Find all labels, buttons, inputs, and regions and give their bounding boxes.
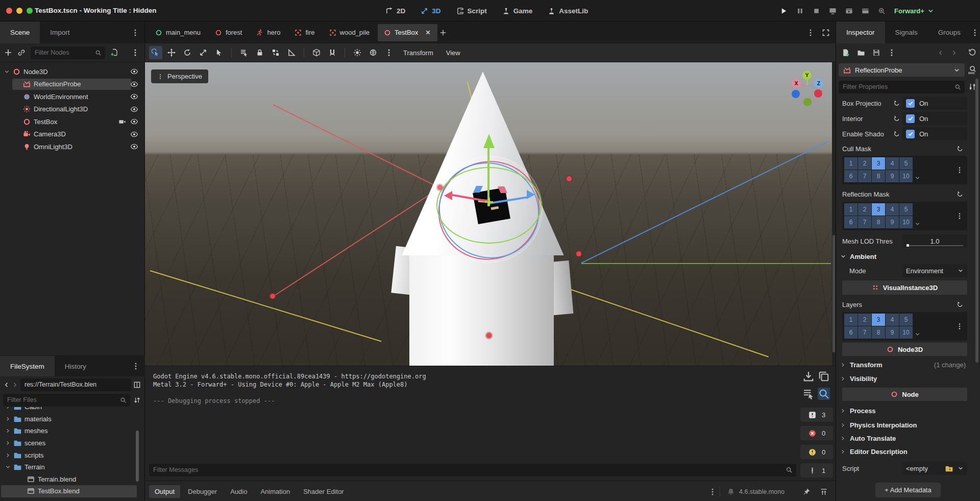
category-visualinstance3d[interactable]: VisualInstance3D (842, 280, 967, 295)
ambient-section-header[interactable]: Ambient (836, 250, 980, 263)
mask-cell-8[interactable]: 8 (872, 170, 885, 182)
revert-icon[interactable] (957, 145, 964, 152)
stop-icon[interactable] (813, 7, 820, 15)
revert-icon[interactable] (893, 100, 900, 107)
tool-dots-button[interactable] (382, 46, 396, 59)
mask-cell-5[interactable]: 5 (899, 157, 913, 170)
category-node[interactable]: Node (842, 388, 967, 401)
mesh-lod-spin[interactable]: 1.0 (902, 234, 967, 248)
script-value-dropdown[interactable]: <empty (902, 462, 967, 475)
mask-cell-10[interactable]: 10 (899, 326, 913, 339)
file-tree-scrollbar[interactable] (136, 431, 139, 482)
mask-cell-7[interactable]: 7 (858, 216, 871, 228)
tool-select-button[interactable] (149, 46, 162, 59)
scene-tree-item-node3d[interactable]: Node3D (0, 65, 144, 78)
chevright-icon[interactable] (5, 452, 11, 458)
dots-icon[interactable] (956, 166, 963, 174)
mask-cell-9[interactable]: 9 (886, 170, 899, 182)
mode-button-assetlib[interactable]: AssetLib (548, 7, 588, 15)
file-item-scripts[interactable]: scripts (0, 449, 145, 461)
file-item-terrain-blend[interactable]: Terrain.blend (0, 473, 145, 486)
save-resource-icon[interactable] (872, 49, 880, 57)
badge-error[interactable]: 0 (800, 426, 833, 440)
add-metadata-button[interactable]: + Add Metadata (875, 483, 940, 497)
minimize-window-button[interactable] (16, 8, 22, 14)
panel-tab-output[interactable]: Output (149, 485, 180, 498)
history-back-icon[interactable] (3, 381, 10, 388)
mask-cell-6[interactable]: 6 (844, 170, 857, 182)
gizmo-dot[interactable] (437, 185, 443, 190)
maximize-window-button[interactable] (27, 8, 33, 14)
badge-edit[interactable]: 1 (800, 463, 833, 478)
chevdown-icon[interactable] (915, 221, 920, 227)
revert-icon[interactable] (957, 301, 964, 308)
scene-tree-item-directionallight3d[interactable]: DirectionalLight3D (0, 103, 144, 116)
panel-tab-audio[interactable]: Audio (225, 485, 253, 498)
eye-icon[interactable] (130, 67, 138, 76)
current-path-input[interactable] (20, 378, 131, 391)
mask-cell-7[interactable]: 7 (858, 170, 871, 182)
axis-navigation-gizmo[interactable]: Y X Z (780, 67, 832, 124)
mask-cell-4[interactable]: 4 (886, 203, 899, 216)
axis-ball-neg-z[interactable] (792, 90, 800, 98)
chevright-icon[interactable] (5, 440, 11, 446)
gizmo-dot[interactable] (270, 294, 275, 299)
node-selector[interactable]: ReflectionProbe (839, 63, 965, 77)
scene-tree-item-worldenvironment[interactable]: WorldEnvironment (0, 90, 144, 103)
mode-button-3d[interactable]: 3D (421, 7, 440, 15)
filesystem-menu-icon[interactable] (132, 362, 140, 370)
mask-cell-1[interactable]: 1 (844, 314, 857, 326)
add-node-button[interactable] (4, 49, 12, 57)
category-node3d[interactable]: Node3D (842, 343, 967, 356)
chevdown-icon[interactable] (915, 175, 920, 181)
eye-icon[interactable] (130, 92, 138, 101)
load-resource-icon[interactable] (857, 49, 865, 57)
scene-tab-testbox[interactable]: TestBox (378, 24, 437, 41)
mask-cell-10[interactable]: 10 (899, 216, 913, 228)
checkbox[interactable] (906, 130, 915, 138)
gizmo-dot[interactable] (486, 333, 492, 338)
mask-cell-5[interactable]: 5 (899, 203, 913, 216)
axis-ball-neg-x[interactable] (814, 89, 822, 98)
notifications-bell-icon[interactable] (727, 488, 735, 496)
group-editor-description[interactable]: Editor Description (836, 445, 980, 458)
expand-viewport-icon[interactable] (822, 29, 830, 37)
eye-icon[interactable] (130, 130, 138, 138)
history-forward-icon[interactable] (951, 50, 958, 56)
mask-cell-1[interactable]: 1 (844, 157, 857, 170)
badge-bangsquare[interactable]: 3 (800, 408, 833, 422)
mask-cell-6[interactable]: 6 (844, 326, 857, 339)
inspector-splitter-handle[interactable] (832, 235, 835, 352)
file-item-meshes[interactable]: meshes (0, 425, 145, 437)
mask-cell-1[interactable]: 1 (844, 203, 857, 216)
tab-scene[interactable]: Scene (0, 21, 40, 43)
checkbox-field[interactable]: On (902, 127, 967, 140)
clapper-icon[interactable] (862, 7, 869, 15)
tool-magnet-button[interactable] (326, 46, 339, 59)
tool-move-button[interactable] (165, 46, 178, 59)
translate-arrow-x-head[interactable] (444, 191, 452, 200)
filter-properties-input[interactable] (839, 81, 965, 93)
mode-button-2d[interactable]: 2D (385, 7, 405, 15)
close-icon[interactable] (425, 29, 431, 36)
mask-cell-7[interactable]: 7 (858, 326, 871, 339)
tab-filesystem[interactable]: FileSystem (0, 356, 55, 376)
history-back-icon[interactable] (937, 50, 944, 56)
eye-icon[interactable] (130, 142, 138, 151)
scene-tree-item-reflectionprobe[interactable]: ReflectionProbe (0, 78, 144, 91)
mask-cell-3[interactable]: 3 (872, 314, 885, 326)
mode-button-game[interactable]: Game (502, 7, 533, 15)
open-docs-icon[interactable]: DOC (967, 65, 977, 75)
scene-tab-main-menu[interactable]: main_menu (149, 24, 207, 41)
history-icon[interactable] (968, 49, 976, 57)
scene-tab-forest[interactable]: forest (209, 24, 249, 41)
tool-globe-button[interactable] (366, 46, 380, 59)
revert-icon[interactable] (893, 130, 900, 137)
mask-cell-8[interactable]: 8 (872, 216, 885, 228)
movieplay-icon[interactable] (845, 7, 853, 15)
dots-icon[interactable] (956, 323, 963, 330)
history-forward-icon[interactable] (12, 381, 18, 388)
eye-icon[interactable] (130, 80, 138, 88)
mask-cell-5[interactable]: 5 (899, 314, 913, 326)
tool-lock-button[interactable] (253, 46, 266, 59)
